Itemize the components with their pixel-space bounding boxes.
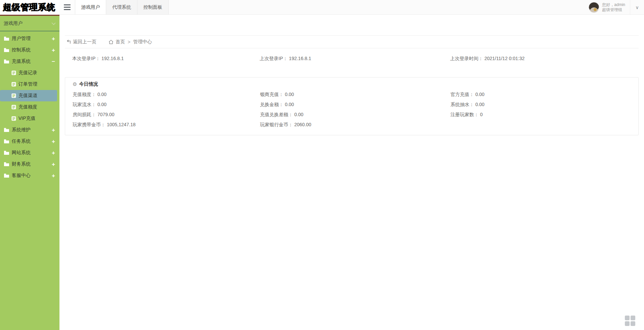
user-greeting: 您好，admin [602,2,625,7]
expand-plus-icon[interactable]: + [52,36,55,42]
home-icon [109,40,114,44]
expand-plus-icon[interactable]: + [52,173,55,179]
document-icon [11,105,16,109]
back-link-label: 返回上一页 [73,39,96,45]
sidebar-item-label: 客服中心 [12,173,31,179]
login-info-item: 本次登录IP： 192.16.8.1 [72,56,260,62]
stat-item: 充值额度： 0.00 [73,89,260,99]
expand-plus-icon[interactable]: + [52,139,55,144]
sidebar-item-label: 用户管理 [12,36,31,42]
top-bar: 超级管理系统 游戏用户代理系统控制面板 您好，admin 超级管理组 ∨ [0,0,644,15]
sidebar-item-label: 充值渠道 [18,93,37,99]
breadcrumb-home[interactable]: 首页 [116,39,125,45]
chevron-down-icon [51,21,55,25]
app-logo: 超级管理系统 [0,0,59,14]
card-title: 今日情况 [79,81,98,87]
user-role: 超级管理组 [602,7,625,12]
user-dropdown-chevron-icon[interactable]: ∨ [630,0,644,14]
stat-item: 玩家流水： 0.00 [73,99,260,109]
tab-代理系统[interactable]: 代理系统 [106,0,137,14]
folder-icon [4,139,9,144]
today-stats-grid: 充值额度： 0.00银商充值： 0.00官方充值： 0.00玩家流水： 0.00… [73,89,638,130]
breadcrumb-trail: 首页 > 管理中心 [109,39,152,45]
sidebar-item-充值额度[interactable]: 充值额度 [0,101,59,113]
stat-item: 兑换金额： 0.00 [260,99,450,109]
sidebar-item-充值渠道[interactable]: 充值渠道 [0,90,57,101]
login-info-row: 本次登录IP： 192.16.8.1上次登录IP： 192.16.8.1上次登录… [65,48,639,69]
sidebar-item-label: 任务系统 [12,138,31,144]
sidebar-item-label: 系统维护 [12,127,31,133]
sidebar-item-VIP充值[interactable]: VIP充值 [0,113,59,124]
folder-icon [4,128,9,132]
sidebar-item-label: 订单管理 [18,81,37,87]
breadcrumb-separator: > [128,39,130,45]
sidebar-item-label: 充值记录 [18,70,37,76]
top-tabs: 游戏用户代理系统控制面板 [75,0,169,14]
stat-item: 玩家银行金币： 2060.00 [260,120,450,130]
stat-item: 官方充值： 0.00 [450,89,638,99]
sidebar: 游戏用户 用户管理+控制系统+充值系统−充值记录订单管理充值渠道充值额度VIP充… [0,15,59,330]
folder-icon [4,59,9,64]
sidebar-item-label: 充值系统 [12,58,31,64]
document-icon [11,116,16,121]
card-title-row: ⚙ 今日情况 [73,81,638,87]
back-arrow-icon [66,40,71,44]
user-area: 您好，admin 超级管理组 ∨ [589,0,644,14]
sidebar-item-控制系统[interactable]: 控制系统+ [0,44,59,56]
folder-icon [4,36,9,41]
sidebar-item-label: 网站系统 [12,150,31,156]
sidebar-item-系统维护[interactable]: 系统维护+ [0,124,59,136]
stat-item: 房间损耗： 7079.00 [73,109,260,120]
expand-plus-icon[interactable]: + [52,47,55,53]
expand-plus-icon[interactable]: + [52,161,55,167]
sidebar-item-客服中心[interactable]: 客服中心+ [0,170,59,181]
expand-plus-icon[interactable]: + [52,127,55,133]
tab-控制面板[interactable]: 控制面板 [137,0,169,14]
sidebar-item-label: 财务系统 [12,161,31,167]
sidebar-item-任务系统[interactable]: 任务系统+ [0,136,59,147]
gear-icon: ⚙ [73,81,77,87]
tab-游戏用户[interactable]: 游戏用户 [75,0,106,14]
folder-icon [4,48,9,52]
expand-plus-icon[interactable]: + [52,150,55,156]
layout-grid-icon[interactable] [625,316,635,326]
folder-icon [4,173,9,178]
breadcrumb-current: 管理中心 [133,39,152,45]
hamburger-menu-icon[interactable] [59,0,75,14]
login-info-item: 上次登录IP： 192.16.8.1 [260,56,450,62]
stat-item: 银商充值： 0.00 [260,89,450,99]
sidebar-item-充值系统[interactable]: 充值系统− [0,56,59,67]
stat-item: 系统抽水： 0.00 [450,99,638,109]
sidebar-item-网站系统[interactable]: 网站系统+ [0,147,59,158]
login-info-item: 上次登录时间： 2021/11/12 0:01:32 [450,56,639,62]
sidebar-item-订单管理[interactable]: 订单管理 [0,79,59,90]
sidebar-item-label: VIP充值 [18,115,36,122]
stat-item: 玩家携带金币： 1005,1247.18 [73,120,260,130]
app-logo-text: 超级管理系统 [3,2,55,13]
sidebar-item-财务系统[interactable]: 财务系统+ [0,158,59,170]
folder-icon [4,162,9,167]
avatar[interactable] [589,2,599,13]
today-summary-card: ⚙ 今日情况 充值额度： 0.00银商充值： 0.00官方充值： 0.00玩家流… [65,77,639,135]
sidebar-item-充值记录[interactable]: 充值记录 [0,67,59,79]
document-icon [11,70,16,75]
main-content: 返回上一页 首页 > 管理中心 本次登录IP： 192.16.8.1上次登录IP… [59,15,644,330]
collapse-minus-icon[interactable]: − [52,59,55,64]
stat-item: 充值兑换差额： 0.00 [260,109,450,120]
stat-item: 注册玩家数： 0 [450,109,638,120]
sidebar-header-game-users[interactable]: 游戏用户 [0,16,59,31]
sidebar-menu: 用户管理+控制系统+充值系统−充值记录订单管理充值渠道充值额度VIP充值系统维护… [0,31,59,181]
sidebar-item-label: 控制系统 [12,47,31,53]
document-icon [11,93,16,98]
sidebar-header-label: 游戏用户 [4,20,23,26]
folder-icon [4,150,9,155]
breadcrumb: 返回上一页 首页 > 管理中心 [65,36,639,48]
sidebar-item-label: 充值额度 [18,104,37,110]
sidebar-item-用户管理[interactable]: 用户管理+ [0,33,59,44]
back-link[interactable]: 返回上一页 [65,39,96,45]
document-icon [11,82,16,87]
user-info: 您好，admin 超级管理组 [602,2,625,12]
